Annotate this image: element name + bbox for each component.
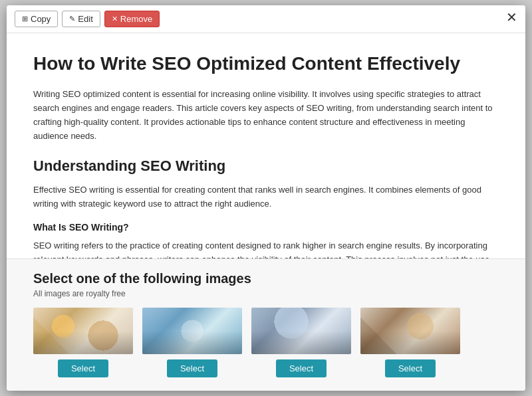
copy-button[interactable]: ⊞ Copy	[15, 11, 58, 27]
article-intro: Writing SEO optimized content is essenti…	[33, 88, 499, 143]
thumb-detail-1	[33, 331, 133, 354]
modal-window: ⊞ Copy ✎ Edit ✕ Remove ✕ How to Write SE…	[7, 5, 525, 391]
thumb-detail-2	[142, 331, 242, 354]
remove-button[interactable]: ✕ Remove	[104, 11, 160, 27]
image-grid: Select Select Select Select	[33, 308, 499, 377]
image-thumbnail-2	[142, 308, 242, 354]
section1-title: Understanding SEO Writing	[33, 157, 499, 176]
image-selector-title: Select one of the following images	[33, 271, 499, 286]
subsection1-body: SEO writing refers to the practice of cr…	[33, 239, 499, 258]
image-thumbnail-3	[251, 308, 351, 354]
image-selector-subtitle: All images are royalty free	[33, 289, 499, 298]
copy-label: Copy	[31, 14, 51, 24]
edit-button[interactable]: ✎ Edit	[62, 11, 100, 27]
image-thumbnail-4	[360, 308, 460, 354]
modal-toolbar: ⊞ Copy ✎ Edit ✕ Remove ✕	[7, 5, 525, 33]
close-button[interactable]: ✕	[506, 11, 517, 24]
edit-label: Edit	[78, 14, 92, 24]
thumb-detail-3	[251, 331, 351, 354]
edit-icon: ✎	[69, 15, 75, 23]
select-button-4[interactable]: Select	[385, 359, 436, 377]
remove-label: Remove	[120, 14, 152, 24]
section1-intro: Effective SEO writing is essential for c…	[33, 183, 499, 211]
image-selector-section: Select one of the following images All i…	[7, 258, 525, 391]
image-item-2: Select	[142, 308, 242, 377]
thumb-detail-4	[360, 331, 460, 354]
select-button-3[interactable]: Select	[276, 359, 327, 377]
select-button-1[interactable]: Select	[58, 359, 108, 377]
article-content: How to Write SEO Optimized Content Effec…	[7, 33, 525, 258]
article-title: How to Write SEO Optimized Content Effec…	[33, 52, 499, 76]
image-thumbnail-1	[33, 308, 133, 354]
image-item-1: Select	[33, 308, 133, 377]
image-item-3: Select	[251, 308, 351, 377]
remove-icon: ✕	[112, 15, 118, 23]
image-item-4: Select	[360, 308, 460, 377]
subsection1-title: What Is SEO Writing?	[33, 222, 499, 233]
select-button-2[interactable]: Select	[167, 359, 217, 377]
copy-icon: ⊞	[22, 15, 28, 23]
